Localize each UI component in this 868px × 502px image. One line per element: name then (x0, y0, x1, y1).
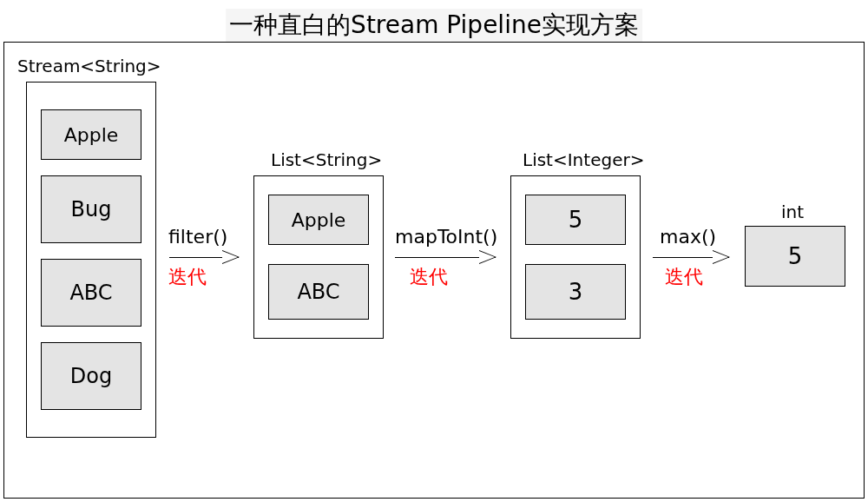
stage-1-container: Apple Bug ABC Dog (26, 82, 156, 438)
operation-3-sublabel: 迭代 (665, 264, 703, 290)
stage-1-item: Bug (41, 175, 141, 243)
stage-1-item: Dog (41, 342, 141, 410)
operation-3-label: max() (660, 226, 716, 248)
arrow-icon (395, 257, 496, 258)
result-label: int (781, 201, 804, 222)
stage-1-item: Apple (41, 109, 141, 160)
stage-1-item: ABC (41, 259, 141, 327)
stage-2-item: ABC (268, 264, 369, 320)
stage-3-label: List<Integer> (523, 149, 644, 170)
stage-3-item: 3 (525, 264, 626, 320)
operation-2-label: mapToInt() (395, 226, 497, 248)
stage-2-label: List<String> (271, 149, 382, 170)
arrow-icon (169, 257, 239, 258)
stage-3-container: 5 3 (510, 175, 641, 339)
operation-1-label: filter() (168, 226, 227, 248)
operation-1-sublabel: 迭代 (168, 264, 207, 290)
result-box: 5 (745, 226, 845, 287)
stage-2-container: Apple ABC (253, 175, 384, 339)
operation-2-sublabel: 迭代 (410, 264, 448, 290)
stage-3-item: 5 (525, 195, 626, 245)
arrow-icon (653, 257, 729, 258)
stage-1-label: Stream<String> (17, 56, 161, 76)
diagram-title: 一种直白的Stream Pipeline实现方案 (226, 9, 642, 42)
stage-2-item: Apple (268, 195, 369, 245)
